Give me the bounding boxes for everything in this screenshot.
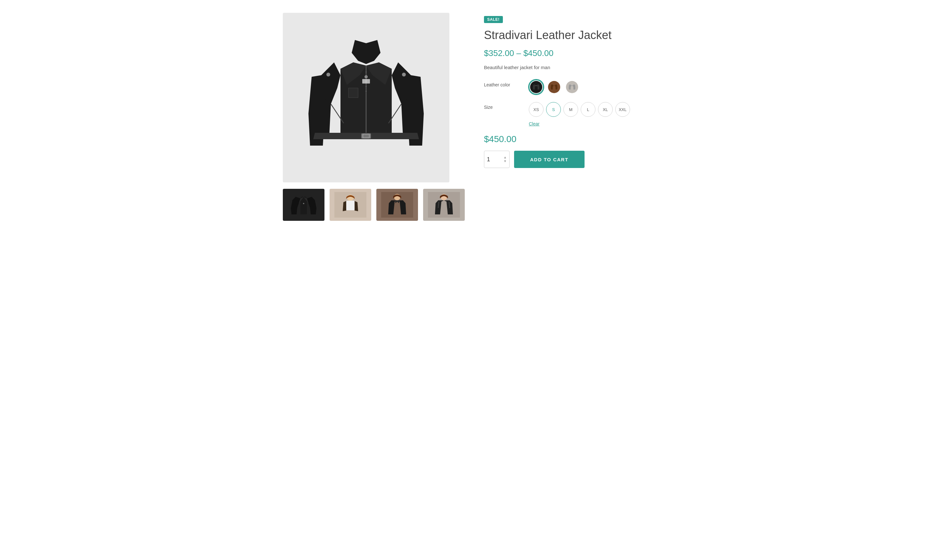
size-options: XS S M L XL XXL Clear — [529, 102, 630, 126]
sale-badge: SALE! — [484, 16, 503, 23]
size-buttons: XS S M L XL XXL — [529, 102, 630, 117]
size-btn-xs[interactable]: XS — [529, 102, 544, 117]
size-option-row: Size XS S M L XL XXL Clear — [484, 102, 667, 126]
quantity-arrows: ▲ ▼ — [503, 156, 507, 163]
product-images — [283, 13, 465, 221]
product-page: SALE! Stradivari Leather Jacket $352.00 … — [283, 13, 667, 221]
size-label: Size — [484, 102, 519, 110]
purchase-price: $450.00 — [484, 134, 667, 144]
svg-point-7 — [326, 72, 330, 77]
size-btn-s[interactable]: S — [546, 102, 561, 117]
jacket-svg — [305, 24, 427, 171]
color-option-row: Leather color — [484, 80, 667, 94]
quantity-up-button[interactable]: ▲ — [503, 156, 507, 159]
quantity-value: 1 — [487, 156, 490, 163]
color-swatch-brown[interactable] — [547, 80, 561, 94]
price-range: $352.00 – $450.00 — [484, 48, 667, 58]
color-swatch-black[interactable] — [529, 80, 544, 94]
leather-color-label: Leather color — [484, 80, 519, 88]
thumbnail-4[interactable] — [423, 189, 465, 221]
size-btn-l[interactable]: L — [581, 102, 595, 117]
thumbnail-1[interactable] — [283, 189, 324, 221]
add-to-cart-button[interactable]: ADD TO CART — [514, 151, 584, 168]
size-btn-xl[interactable]: XL — [598, 102, 613, 117]
size-btn-m[interactable]: M — [563, 102, 578, 117]
thumbnail-row — [283, 189, 465, 221]
svg-point-9 — [364, 75, 368, 78]
product-title: Stradivari Leather Jacket — [484, 28, 667, 42]
thumbnail-3[interactable] — [376, 189, 418, 221]
svg-rect-16 — [346, 201, 355, 210]
svg-point-13 — [303, 203, 304, 204]
quantity-down-button[interactable]: ▼ — [503, 160, 507, 163]
color-swatch-gray[interactable] — [565, 80, 580, 94]
add-to-cart-row: 1 ▲ ▼ ADD TO CART — [484, 151, 667, 168]
size-btn-xxl[interactable]: XXL — [615, 102, 630, 117]
thumbnail-2[interactable] — [330, 189, 371, 221]
product-details: SALE! Stradivari Leather Jacket $352.00 … — [484, 13, 667, 221]
svg-point-8 — [402, 72, 406, 77]
color-swatches — [529, 80, 580, 94]
svg-rect-10 — [362, 79, 370, 83]
main-product-image — [283, 13, 449, 182]
product-description: Beautiful leather jacket for man — [484, 65, 667, 70]
clear-size-link[interactable]: Clear — [529, 121, 630, 126]
quantity-input[interactable]: 1 ▲ ▼ — [484, 151, 510, 168]
